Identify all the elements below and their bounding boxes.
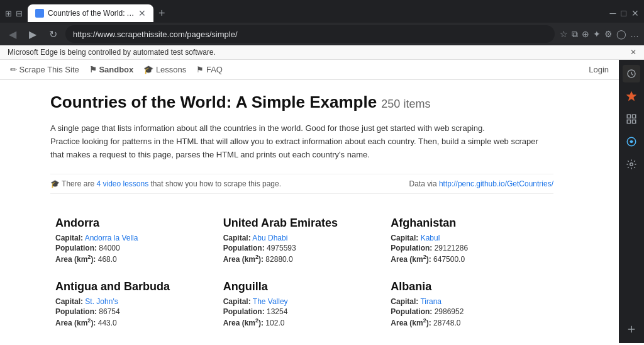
country-name: Afghanistan [391, 217, 548, 230]
country-area: Area (km2): 28748.0 [391, 317, 548, 327]
country-name: Anguilla [223, 280, 381, 293]
capital-link[interactable]: Abu Dhabi [252, 234, 287, 242]
nav-lessons-link[interactable]: 🎓 Lessons [143, 65, 186, 74]
country-name: Albania [391, 280, 548, 293]
sidebar-copilot-icon[interactable] [623, 65, 640, 82]
country-capital: Capital: Abu Dhabi [223, 234, 381, 242]
sidebar-edge-bar-icon[interactable] [623, 133, 640, 150]
capital-link[interactable]: Andorra la Vella [85, 234, 138, 242]
capital-link[interactable]: St. John's [85, 297, 118, 306]
country-name: United Arab Emirates [223, 217, 381, 230]
svg-rect-3 [633, 115, 636, 118]
nav-sandbox-link[interactable]: ⚑ Sandbox [89, 65, 134, 74]
collections-icon[interactable]: ✦ [593, 29, 601, 39]
nav-login-link[interactable]: Login [589, 65, 609, 74]
country-capital: Capital: The Valley [223, 297, 381, 306]
country-card: Armenia Capital: Yerevan Population: 296… [50, 336, 218, 343]
site-content: ✏ Scrape This Site ⚑ Sandbox 🎓 Lessons ⚑… [0, 60, 619, 343]
country-population: Population: 4975593 [223, 244, 381, 252]
capital-link[interactable]: Tirana [420, 297, 441, 306]
svg-point-7 [630, 163, 633, 166]
country-card: Albania Capital: Tirana Population: 2986… [386, 273, 553, 336]
sidebar-favorites-icon[interactable] [623, 88, 640, 105]
sidebar-collections-icon[interactable] [623, 110, 640, 128]
main-content-area: Countries of the World: A Simple Example… [0, 80, 604, 343]
sidebar-add-icon[interactable] [623, 320, 640, 338]
country-capital: Capital: St. John's [55, 297, 213, 306]
country-capital: Capital: Andorra la Vella [55, 234, 213, 242]
info-left: 🎓 There are 4 video lessons that show yo… [50, 179, 281, 188]
country-population: Population: 86754 [55, 307, 213, 316]
country-area: Area (km2): 443.0 [55, 317, 213, 327]
country-population: Population: 84000 [55, 244, 213, 252]
tab-favicon [35, 9, 44, 18]
forward-button[interactable]: ▶ [25, 28, 40, 40]
favorites-icon[interactable]: ☆ [560, 29, 568, 39]
address-bar[interactable] [65, 25, 555, 43]
back-button[interactable]: ◀ [5, 28, 20, 40]
maximize-button[interactable]: □ [621, 8, 626, 18]
site-navigation: ✏ Scrape This Site ⚑ Sandbox 🎓 Lessons ⚑… [0, 60, 619, 80]
country-capital: Capital: Tirana [391, 297, 548, 306]
extensions-icon[interactable]: ⚙ [604, 29, 613, 39]
close-window-button[interactable]: ✕ [631, 8, 639, 18]
country-name: Antigua and Barbuda [55, 280, 213, 293]
capital-link[interactable]: The Valley [253, 297, 288, 306]
country-card: Anguilla Capital: The Valley Population:… [218, 273, 386, 336]
country-area: Area (km2): 647500.0 [391, 254, 548, 264]
fav-bar-icon[interactable]: ⊕ [582, 29, 589, 39]
country-name: Andorra [55, 217, 213, 230]
sidebar-tools-icon[interactable] [623, 156, 640, 173]
description: A single page that lists information abo… [50, 122, 553, 161]
warning-close-button[interactable]: ✕ [630, 48, 636, 57]
nav-scrape-link[interactable]: ✏ Scrape This Site [10, 65, 79, 74]
country-area: Area (km2): 82880.0 [223, 254, 381, 264]
info-bar: 🎓 There are 4 video lessons that show yo… [50, 174, 553, 194]
more-icon[interactable]: … [630, 29, 639, 39]
country-card: Angola Capital: Luanda Population: 13068… [218, 336, 386, 343]
get-countries-link[interactable]: http://penc.github.io/GetCountries/ [439, 179, 553, 188]
svg-rect-2 [627, 115, 630, 118]
svg-marker-1 [627, 92, 636, 101]
country-area: Area (km2): 468.0 [55, 254, 213, 264]
refresh-button[interactable]: ↻ [45, 28, 60, 40]
country-card: United Arab Emirates Capital: Abu Dhabi … [218, 209, 386, 273]
split-screen-icon[interactable]: ⧉ [572, 29, 578, 40]
country-area: Area (km2): 102.0 [223, 317, 381, 327]
tab-close-button[interactable]: ✕ [138, 8, 146, 18]
country-population: Population: 29121286 [391, 244, 548, 252]
edge-sidebar [619, 60, 644, 343]
country-population: Population: 13254 [223, 307, 381, 316]
new-tab-button[interactable]: + [158, 7, 165, 20]
country-card: Antigua and Barbuda Capital: St. John's … [50, 273, 218, 336]
page-title: Countries of the World: A Simple Example… [50, 93, 553, 112]
country-population: Population: 2986952 [391, 307, 548, 316]
country-capital: Capital: Kabul [391, 234, 548, 242]
warning-bar: Microsoft Edge is being controlled by au… [0, 45, 644, 60]
warning-text: Microsoft Edge is being controlled by au… [8, 48, 216, 57]
countries-grid: Andorra Capital: Andorra la Vella Popula… [50, 209, 553, 343]
info-right: Data via http://penc.github.io/GetCountr… [409, 179, 553, 188]
minimize-button[interactable]: ─ [610, 8, 616, 18]
items-count: 250 items [381, 98, 430, 110]
country-card: Antarctica Capital: None Population: 0 A… [386, 336, 553, 343]
country-card: Afghanistan Capital: Kabul Population: 2… [386, 209, 553, 273]
active-tab[interactable]: Countries of the World: A Simpl... ✕ [28, 4, 153, 22]
svg-rect-5 [633, 120, 636, 123]
nav-faq-link[interactable]: ⚑ FAQ [196, 65, 223, 74]
tab-title: Countries of the World: A Simpl... [48, 9, 135, 18]
profile-icon[interactable]: ◯ [616, 29, 626, 39]
country-card: Andorra Capital: Andorra la Vella Popula… [50, 209, 218, 273]
svg-rect-4 [627, 120, 630, 123]
capital-link[interactable]: Kabul [421, 234, 440, 242]
video-lessons-link[interactable]: 4 video lessons [96, 179, 148, 188]
